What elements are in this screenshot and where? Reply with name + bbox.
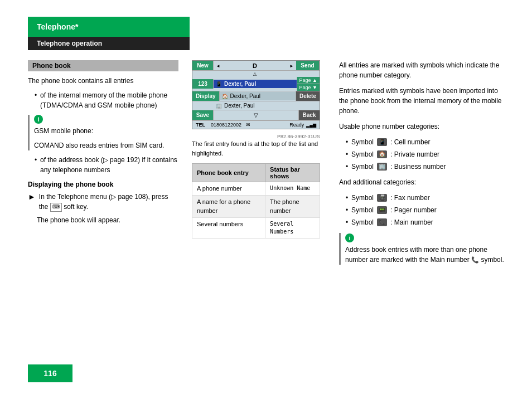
bullet-item-1: of the internal memory of the mobile pho… [35, 90, 178, 110]
biz-icon: 🏢 [377, 163, 387, 171]
entry-name-3: Dexter, Paul [224, 103, 254, 109]
table-cell-status-0: Unknown Name [265, 182, 320, 196]
main-number-icon: 📞 [471, 256, 479, 263]
status-bar: TEL 01808122002 ✉ Ready ▂▄▆ [192, 120, 320, 129]
info-box-gsm: i GSM mobile phone: COMAND also reads en… [28, 115, 178, 150]
cell-symbol-text: : Cell number [390, 137, 430, 147]
arrow-item: ► In the Telephone menu (▷ page 108), pr… [28, 192, 178, 212]
middle-column: New D Send △ 123 📱 Dexter, Paul [192, 60, 326, 270]
entry-name-1: Dexter, Paul [224, 81, 256, 87]
signal-icon: ▂▄▆ [306, 123, 316, 128]
table-cell-status-1: The phone number [265, 196, 320, 218]
btn-display[interactable]: Display [192, 91, 220, 101]
cell-icon: 📱 [377, 138, 387, 146]
entry-row-1: 📱 Dexter, Paul [214, 80, 297, 88]
entry-name-2: Dexter, Paul [230, 93, 260, 99]
house-icon: 🏠 [377, 150, 387, 158]
btn-page-up[interactable]: Page ▲ [297, 77, 320, 84]
info-icon: i [34, 115, 43, 124]
symbol-fax: Symbol 📠 : Fax number [346, 193, 504, 203]
table-row: A phone number Unknown Name [192, 182, 320, 196]
usable-title: Usable phone number categories: [339, 121, 504, 132]
biz-symbol-text: : Business number [390, 162, 446, 172]
btn-page-down[interactable]: Page ▼ [297, 84, 320, 91]
pager-icon: 📟 [377, 206, 387, 214]
table-cell-entry-0: A phone number [192, 182, 265, 196]
arrow-icon: ► [28, 192, 36, 202]
nav-up-arrow: △ [214, 71, 296, 76]
right-para-2: Entries marked with symbols have been im… [339, 86, 504, 116]
nav-right-icon[interactable] [289, 62, 294, 69]
screen-row-3: Display 🏠 Dexter, Paul Delete [192, 91, 320, 101]
screen-row-2: 123 📱 Dexter, Paul Page ▲ Page ▼ [192, 77, 320, 91]
table-row: A name for a phone number The phone numb… [192, 196, 320, 218]
entry-phone-icon-1: 📱 [216, 81, 222, 87]
additional-symbols-list: Symbol 📠 : Fax number Symbol 📟 : Pager n… [339, 193, 504, 227]
bullet-list-2: of the address book (▷ page 192) if it c… [28, 155, 178, 175]
bullet-list: of the internal memory of the mobile pho… [28, 90, 178, 110]
entry-row-3: 🏢 Dexter, Paul [214, 101, 296, 110]
status-text: Ready [289, 122, 304, 128]
page-btns: Page ▲ Page ▼ [297, 77, 320, 91]
main-icon: 📞 [377, 218, 387, 226]
nav-letter: D [253, 62, 257, 69]
symbol-main: Symbol 📞 : Main number [346, 217, 504, 227]
nav-arrows: D [214, 61, 296, 70]
arrow-text: In the Telephone menu (▷ page 108), pres… [39, 192, 178, 212]
table-col2-header: Status bar shows [265, 164, 320, 182]
table-row: Several numbers Several Numbers [192, 218, 320, 239]
soft-key-icon: ⌨ [50, 203, 62, 212]
btn-delete[interactable]: Delete [296, 91, 320, 101]
right-info-text: Address book entries with more than one … [345, 245, 504, 265]
left-column: Phone book The phone book contains all e… [28, 60, 178, 270]
additional-title: And additional categories: [339, 177, 504, 187]
header-black-subtitle: Telephone operation [28, 37, 190, 50]
cell-symbol-label: Symbol [351, 137, 374, 147]
nav-down-center: ▽ [214, 111, 298, 119]
phone-book-table: Phone book entry Status bar shows A phon… [192, 163, 320, 239]
btn-new[interactable]: New [192, 61, 214, 70]
table-col1-header: Phone book entry [192, 164, 265, 182]
entry-row-2: 🏠 Dexter, Paul [220, 92, 296, 100]
entry-phone-icon-3: 🏢 [216, 103, 222, 109]
btn-123[interactable]: 123 [192, 79, 214, 89]
tel-label: TEL [196, 122, 205, 128]
table-cell-entry-2: Several numbers [192, 218, 265, 239]
fax-icon: 📠 [377, 194, 387, 202]
subheading-display: Displaying the phone book [28, 181, 178, 188]
fax-text: : Fax number [390, 193, 430, 203]
house-symbol-text: : Private number [390, 149, 439, 159]
screen-sub-row: △ [192, 71, 320, 77]
house-symbol-label: Symbol [351, 149, 374, 159]
arrow-followup: The phone book will appear. [37, 215, 178, 225]
pager-text: : Pager number [390, 205, 437, 215]
table-cell-entry-1: A name for a phone number [192, 196, 265, 218]
usable-symbols-list: Symbol 📱 : Cell number Symbol 🏠 : Privat… [339, 137, 504, 172]
nav-left-icon[interactable] [216, 62, 220, 69]
symbol-house: Symbol 🏠 : Private number [346, 149, 504, 159]
screen-row-4: 🏢 Dexter, Paul [192, 101, 320, 110]
screen-row-1: New D Send [192, 61, 320, 71]
device-screen: New D Send △ 123 📱 Dexter, Paul [192, 60, 320, 129]
header-green-title: Telephone* [28, 17, 190, 37]
right-info-box: i Address book entries with more than on… [339, 233, 504, 265]
screen-caption: The first entry found is at the top of t… [192, 139, 326, 158]
btn-send[interactable]: Send [296, 61, 320, 70]
tel-number: 01808122002 [211, 122, 241, 128]
screen-row-5: Save ▽ Back [192, 110, 320, 120]
section-title: Phone book [28, 60, 178, 71]
fax-label: Symbol [351, 193, 374, 203]
figure-reference: P82.86-3992-31US [192, 134, 320, 139]
btn-save[interactable]: Save [192, 110, 214, 120]
symbol-pager: Symbol 📟 : Pager number [346, 205, 504, 215]
page-number: 116 [28, 364, 72, 382]
info-heading: GSM mobile phone: [34, 126, 178, 136]
main-text: : Main number [390, 217, 433, 227]
entry-phone-icon-2: 🏠 [222, 94, 228, 99]
btn-back[interactable]: Back [298, 110, 320, 120]
symbol-biz: Symbol 🏢 : Business number [346, 162, 504, 172]
right-column: All entries are marked with symbols whic… [339, 60, 504, 270]
biz-symbol-label: Symbol [351, 162, 374, 172]
right-info-icon: i [345, 233, 354, 242]
pager-label: Symbol [351, 205, 374, 215]
